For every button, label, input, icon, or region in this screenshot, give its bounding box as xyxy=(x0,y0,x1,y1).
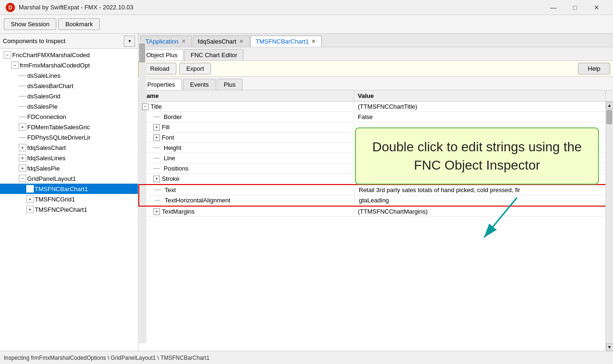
prop-val-border: False xyxy=(354,112,613,121)
tab-tmsfncbarchart-close[interactable]: ✕ xyxy=(310,38,317,45)
status-text-1: Inspecting frmFmxMarshalCodedOptions \ G… xyxy=(4,355,210,361)
tree-item-dssalesbar[interactable]: dsSalesBarChart xyxy=(0,81,138,91)
expand-fncchart[interactable]: − xyxy=(4,51,11,59)
tree-item-fncchart[interactable]: − FncChartFMXMarshalCoded xyxy=(0,50,138,60)
tree-item-frm[interactable]: − frmFmxMarshalCodedOpt xyxy=(0,60,138,70)
prop-name-font: + Font xyxy=(138,133,354,142)
app-logo: D xyxy=(6,3,15,12)
prop-row-textmargins: + TextMargins (TTMSFNCChartMargins) xyxy=(138,207,613,217)
prop-label-positions: Positions xyxy=(164,165,189,172)
prop-scroll-thumb[interactable] xyxy=(606,110,612,124)
tooltip-balloon: Double click to edit strings using the F… xyxy=(355,127,599,185)
tree-item-tmsfncbarchart[interactable]: + TMSFNCBarChart1 xyxy=(0,184,138,194)
tab-tapplication-close[interactable]: ✕ xyxy=(181,38,187,45)
prop-scrollbar: ▲ ▼ xyxy=(605,102,613,351)
reload-button[interactable]: Reload xyxy=(143,63,176,74)
tree-item-dssalespie[interactable]: dsSalesPie xyxy=(0,101,138,111)
prop-name-line: Line xyxy=(138,154,354,163)
prop-scroll-up[interactable]: ▲ xyxy=(606,102,613,109)
expand-fdqsaleschart[interactable]: + xyxy=(19,144,26,151)
tree-item-fdqsaleslines[interactable]: + fdqSalesLines xyxy=(0,153,138,163)
tab-tmsfncbarchart-label: TMSFNCBarChart1 xyxy=(256,38,309,45)
tab-plus[interactable]: Plus xyxy=(217,79,242,90)
help-button[interactable]: Help xyxy=(578,63,610,74)
expand-textmargins[interactable]: + xyxy=(153,208,160,215)
tree-item-fdconnection[interactable]: FDConnection xyxy=(0,111,138,122)
tree-item-fdphys[interactable]: FDPhysSQLiteDriverLir xyxy=(0,132,138,142)
prop-row-text[interactable]: Text Retail 3rd party sales totals of ha… xyxy=(139,185,612,195)
expand-tmsfncbarchart[interactable]: + xyxy=(26,185,34,193)
properties-area: Name Value − Title (TTMSFNCChartTitle) xyxy=(138,90,613,351)
prop-row-textalign[interactable]: TextHorizontalAlignment gtaLeading xyxy=(139,195,612,206)
tree-label-dssalesbar: dsSalesBarChart xyxy=(27,82,73,89)
scroll-thumb[interactable] xyxy=(139,44,145,62)
expand-stroke[interactable]: + xyxy=(153,176,160,182)
right-panel: TApplication ✕ fdqSalesChart ✕ TMSFNCBar… xyxy=(138,34,613,351)
components-dropdown[interactable]: ▾ xyxy=(124,36,135,47)
minimize-button[interactable]: — xyxy=(543,0,564,15)
prop-name-textmargins: + TextMargins xyxy=(138,207,354,216)
expand-fdmemtable[interactable]: + xyxy=(19,123,26,131)
tree-item-fdmemtable[interactable]: + FDMemTableSalesGric xyxy=(0,122,138,132)
toolbar: Show Session Bookmark xyxy=(0,15,613,34)
tab-tapplication[interactable]: TApplication ✕ xyxy=(140,36,192,47)
tab-fdqsaleschart-close[interactable]: ✕ xyxy=(238,38,244,45)
expand-tmsfncpie[interactable]: + xyxy=(26,206,34,213)
components-label: Components to Inspect xyxy=(3,37,124,45)
tab-tapplication-label: TApplication xyxy=(145,38,179,45)
tree-label-fdphys: FDPhysSQLiteDriverLir xyxy=(27,134,91,141)
tab-properties[interactable]: Properties xyxy=(140,79,182,90)
main-area: Components to Inspect ▾ − FncChartFMXMar… xyxy=(0,34,613,351)
prop-val-textalign: gtaLeading xyxy=(355,196,612,205)
expand-gridpanel[interactable]: − xyxy=(19,175,26,182)
expand-fill[interactable]: + xyxy=(153,124,160,131)
prop-name-stroke: + Stroke xyxy=(138,174,354,183)
components-header: Components to Inspect ▾ xyxy=(0,34,138,49)
prop-name-border: Border xyxy=(138,112,354,121)
bookmark-button[interactable]: Bookmark xyxy=(58,18,100,30)
expand-fdqsaleslines[interactable]: + xyxy=(19,154,26,162)
expand-tmsfncgrid[interactable]: + xyxy=(26,195,34,203)
tab-tmsfncbarchart[interactable]: TMSFNCBarChart1 ✕ xyxy=(250,36,322,47)
value-column-header: Value xyxy=(354,90,605,101)
tree-label-dssalesgrid: dsSalesGrid xyxy=(27,93,61,100)
expand-fdqsalespie[interactable]: + xyxy=(19,164,26,172)
prop-label-font: Font xyxy=(162,134,174,141)
tree-label-tmsfncpie: TMSFNCPieChart1 xyxy=(35,206,87,213)
tree-label-fdqsaleschart: fdqSalesChart xyxy=(27,144,66,151)
close-button[interactable]: ✕ xyxy=(586,0,607,15)
tree-item-dssalesgrid[interactable]: dsSalesGrid xyxy=(0,91,138,101)
expand-frm[interactable]: − xyxy=(11,61,19,69)
tab-object-plus[interactable]: Object Plus xyxy=(140,49,183,60)
tab-fdqsaleschart[interactable]: fdqSalesChart ✕ xyxy=(193,36,250,47)
tree-label-dssalespie: dsSalesPie xyxy=(27,103,58,110)
show-session-button[interactable]: Show Session xyxy=(4,18,56,30)
tree-item-tmsfncgrid[interactable]: + TMSFNCGrid1 xyxy=(0,194,138,204)
tree-item-fdqsaleschart[interactable]: + fdqSalesChart xyxy=(0,142,138,153)
main-tabs: TApplication ✕ fdqSalesChart ✕ TMSFNCBar… xyxy=(138,34,613,47)
tree-label-fdconnection: FDConnection xyxy=(27,113,66,120)
tab-fnc-chart-editor[interactable]: FNC Chart Editor xyxy=(184,49,243,60)
export-button[interactable]: Export xyxy=(179,63,211,74)
prop-name-text: Text xyxy=(139,186,355,194)
expand-font[interactable]: + xyxy=(153,134,160,141)
name-column-header: Name xyxy=(138,90,354,101)
window-title: Marshal by SwiftExpat - FMX - 2022.10.03 xyxy=(19,4,543,11)
prop-label-stroke: Stroke xyxy=(162,175,180,182)
expand-title[interactable]: − xyxy=(142,104,149,110)
tree-item-gridpanel[interactable]: − GridPanelLayout1 xyxy=(0,173,138,184)
tree-item-fdqsalespie[interactable]: + fdqSalesPie xyxy=(0,163,138,173)
prop-scroll-down[interactable]: ▼ xyxy=(606,343,613,351)
tab-events[interactable]: Events xyxy=(183,79,216,90)
prop-name-title: − Title xyxy=(138,102,354,111)
left-panel: Components to Inspect ▾ − FncChartFMXMar… xyxy=(0,34,138,351)
maximize-button[interactable]: □ xyxy=(564,0,586,15)
tree-label-tmsfncgrid: TMSFNCGrid1 xyxy=(35,196,75,203)
tooltip-text: Double click to edit strings using the F… xyxy=(372,140,582,172)
tree-item-dsalelines[interactable]: dsSaleLines xyxy=(0,70,138,81)
prop-scroll-track[interactable] xyxy=(606,109,613,343)
tree-item-tmsfncpie[interactable]: + TMSFNCPieChart1 xyxy=(0,204,138,215)
secondary-tabs: Object Plus FNC Chart Editor xyxy=(138,47,613,61)
prop-label-fill: Fill xyxy=(162,124,170,131)
component-tree: − FncChartFMXMarshalCoded − frmFmxMarsha… xyxy=(0,49,138,351)
